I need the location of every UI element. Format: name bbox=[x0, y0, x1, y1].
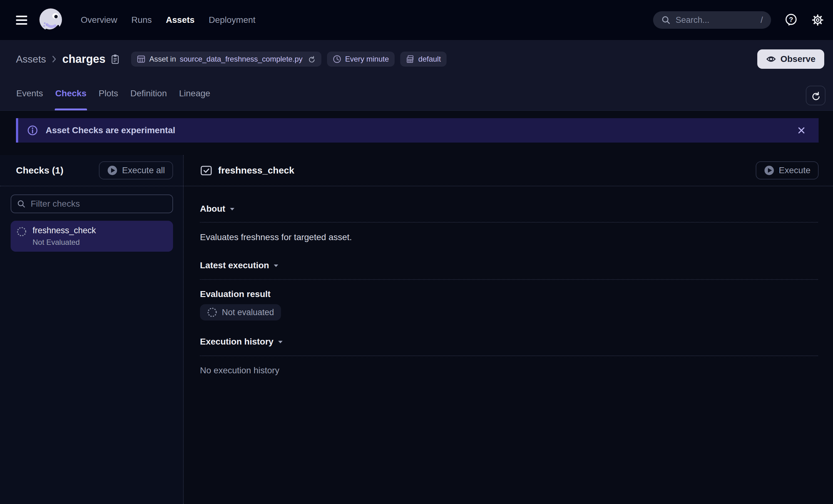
breadcrumb-assets-link[interactable]: Assets bbox=[16, 53, 46, 65]
nav-item-deployment[interactable]: Deployment bbox=[207, 12, 257, 27]
execute-all-button[interactable]: Execute all bbox=[99, 161, 173, 179]
about-description: Evaluates freshness for targeted asset. bbox=[200, 232, 818, 242]
checks-content: Checks (1) Execute all freshness_check N… bbox=[0, 155, 833, 504]
tab-plots[interactable]: Plots bbox=[98, 89, 119, 110]
divider bbox=[200, 355, 818, 356]
search-icon bbox=[661, 15, 671, 25]
execute-button-label: Execute bbox=[779, 166, 810, 175]
top-navigation-bar: Overview Runs Assets Deployment Search..… bbox=[0, 0, 833, 40]
check-detail-panel: freshness_check Execute About Evaluates … bbox=[184, 155, 833, 504]
svg-text:?: ? bbox=[789, 16, 793, 23]
tab-events[interactable]: Events bbox=[16, 89, 44, 110]
chevron-down-icon bbox=[273, 264, 279, 267]
experimental-banner: Asset Checks are experimental bbox=[16, 118, 818, 143]
filter-checks-input[interactable] bbox=[10, 195, 173, 213]
evaluation-result-label: Evaluation result bbox=[200, 289, 818, 299]
not-evaluated-badge-label: Not evaluated bbox=[222, 308, 274, 317]
search-shortcut-hint: / bbox=[760, 15, 763, 25]
global-search-input[interactable]: Search... / bbox=[653, 11, 771, 29]
tag-asset-definition: Asset in source_data_freshness_complete.… bbox=[131, 52, 322, 67]
primary-nav: Overview Runs Assets Deployment bbox=[79, 12, 257, 27]
close-icon[interactable] bbox=[797, 126, 806, 135]
reload-definition-icon[interactable] bbox=[308, 55, 316, 63]
nav-item-assets[interactable]: Assets bbox=[164, 12, 196, 27]
settings-gear-icon[interactable] bbox=[811, 14, 824, 27]
nav-item-overview[interactable]: Overview bbox=[79, 12, 119, 27]
hamburger-menu-icon[interactable] bbox=[16, 16, 27, 25]
breadcrumb-chevron-icon bbox=[52, 55, 57, 63]
check-item-status: Not Evaluated bbox=[32, 238, 96, 247]
asset-page-header: Assets charges Asset in source_data_fres… bbox=[0, 40, 833, 111]
banner-strip: Asset Checks are experimental bbox=[0, 111, 833, 143]
tab-checks[interactable]: Checks bbox=[55, 89, 87, 110]
checks-list-header: Checks (1) Execute all bbox=[0, 155, 183, 186]
checks-list-panel: Checks (1) Execute all freshness_check N… bbox=[0, 155, 184, 504]
asset-tags: Asset in source_data_freshness_complete.… bbox=[131, 52, 447, 67]
about-label: About bbox=[200, 204, 225, 214]
chevron-down-icon bbox=[278, 340, 283, 344]
asset-definition-file-link[interactable]: source_data_freshness_complete.py bbox=[180, 55, 302, 64]
nav-right-cluster: Search... / ? bbox=[653, 11, 824, 29]
tag-code-location: default bbox=[400, 52, 447, 67]
clock-icon bbox=[333, 55, 341, 64]
latest-execution-section-header[interactable]: Latest execution bbox=[200, 260, 818, 271]
execution-history-label: Execution history bbox=[200, 337, 273, 347]
tab-definition[interactable]: Definition bbox=[129, 89, 167, 110]
tag-freshness-schedule: Every minute bbox=[327, 52, 395, 67]
check-detail-body: About Evaluates freshness for targeted a… bbox=[184, 186, 833, 376]
observe-button[interactable]: Observe bbox=[757, 49, 824, 69]
chevron-down-icon bbox=[230, 207, 235, 211]
info-icon bbox=[27, 125, 38, 136]
copy-asset-name-icon[interactable] bbox=[111, 54, 120, 65]
execute-button[interactable]: Execute bbox=[756, 161, 818, 179]
breadcrumb: Assets charges Asset in source_data_fres… bbox=[16, 40, 824, 70]
check-list-item-freshness-check[interactable]: freshness_check Not Evaluated bbox=[10, 221, 173, 252]
not-evaluated-spinner-icon bbox=[207, 307, 217, 318]
tab-lineage[interactable]: Lineage bbox=[178, 89, 211, 110]
about-section-header[interactable]: About bbox=[200, 204, 818, 214]
observe-button-label: Observe bbox=[780, 54, 815, 64]
nav-item-runs[interactable]: Runs bbox=[129, 12, 153, 27]
filter-checks-wrap bbox=[10, 195, 173, 213]
search-placeholder: Search... bbox=[675, 15, 709, 25]
page-title-asset-name: charges bbox=[62, 52, 105, 66]
check-detail-header: freshness_check Execute bbox=[184, 155, 833, 186]
checks-count-title: Checks (1) bbox=[16, 165, 64, 176]
divider bbox=[200, 222, 818, 223]
latest-execution-label: Latest execution bbox=[200, 260, 269, 271]
filter-search-icon bbox=[17, 200, 26, 208]
dagster-logo[interactable] bbox=[38, 7, 64, 33]
play-circle-icon bbox=[764, 165, 775, 176]
refresh-button[interactable] bbox=[806, 86, 826, 105]
asset-tabs: Events Checks Plots Definition Lineage bbox=[16, 89, 211, 110]
divider bbox=[200, 279, 818, 280]
repo-grid-icon bbox=[406, 55, 414, 64]
tag-asset-in-label: Asset in bbox=[149, 55, 176, 64]
tag-location-label: default bbox=[419, 55, 441, 64]
banner-message: Asset Checks are experimental bbox=[46, 125, 175, 135]
check-checkbox-icon bbox=[200, 164, 212, 177]
play-circle-icon bbox=[107, 165, 118, 176]
execution-history-section-header[interactable]: Execution history bbox=[200, 337, 818, 347]
check-detail-title: freshness_check bbox=[218, 165, 294, 176]
tag-schedule-label: Every minute bbox=[345, 55, 389, 64]
execute-all-label: Execute all bbox=[122, 166, 165, 175]
help-icon[interactable]: ? bbox=[784, 13, 798, 27]
table-icon bbox=[137, 55, 145, 64]
no-execution-history-text: No execution history bbox=[200, 366, 818, 376]
not-evaluated-badge: Not evaluated bbox=[200, 304, 281, 321]
eye-icon bbox=[766, 55, 776, 63]
not-evaluated-spinner-icon bbox=[16, 226, 27, 247]
check-item-name: freshness_check bbox=[32, 226, 96, 235]
